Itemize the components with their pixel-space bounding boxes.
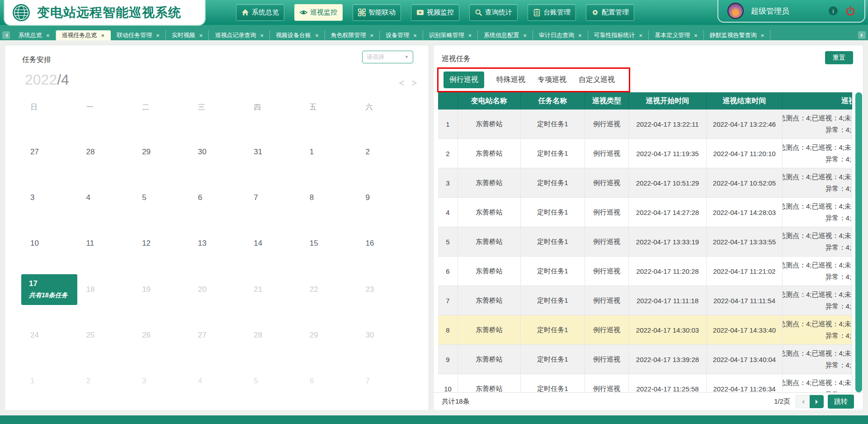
calendar-day-cell[interactable]: 27 <box>189 312 245 358</box>
close-icon[interactable]: × <box>46 32 50 39</box>
close-icon[interactable]: × <box>639 32 643 39</box>
calendar-day-cell[interactable]: 2 <box>77 358 133 404</box>
close-icon[interactable]: × <box>578 32 582 39</box>
calendar-day-cell[interactable]: 1 <box>301 129 357 175</box>
calendar-day-cell[interactable]: 17共有18条任务 <box>21 267 77 312</box>
inspection-type-tab[interactable]: 自定义巡视 <box>579 75 615 85</box>
close-icon[interactable]: × <box>413 32 417 39</box>
tab-item[interactable]: 静默监视告警查询× <box>704 30 771 40</box>
calendar-day-cell[interactable]: 20 <box>189 267 245 312</box>
table-row[interactable]: 7东善桥站定时任务1例行巡视2022-04-17 11:11:182022-04… <box>438 286 852 315</box>
inspection-type-tab[interactable]: 例行巡视 <box>443 71 484 88</box>
table-scrollbar[interactable] <box>855 92 862 392</box>
calendar-day-cell[interactable]: 3 <box>133 358 189 404</box>
calendar-day-cell[interactable]: 15 <box>301 221 357 267</box>
calendar-day-cell[interactable]: 7 <box>245 175 301 220</box>
calendar-day-cell[interactable]: 22 <box>301 267 357 312</box>
calendar-day-cell[interactable]: 29 <box>301 312 357 358</box>
calendar-day-cell[interactable]: 29 <box>133 129 189 175</box>
table-row[interactable]: 2东善桥站定时任务1例行巡视2022-04-17 11:19:352022-04… <box>438 139 852 168</box>
close-icon[interactable]: × <box>199 32 203 39</box>
calendar-day-cell[interactable]: 6 <box>301 358 357 404</box>
calendar-day-cell[interactable]: 9 <box>356 175 412 220</box>
nav-button-gear[interactable]: 配置管理 <box>586 4 634 21</box>
calendar-day-cell[interactable]: 11 <box>77 221 133 267</box>
nav-button-link-grid[interactable]: 智能联动 <box>353 4 401 21</box>
close-icon[interactable]: × <box>468 32 472 39</box>
selected-date-cell[interactable]: 17共有18条任务 <box>21 274 77 305</box>
table-row[interactable]: 5东善桥站定时任务1例行巡视2022-04-17 13:33:192022-04… <box>438 227 852 257</box>
close-icon[interactable]: × <box>156 32 160 39</box>
tab-item[interactable]: 基本定义管理× <box>649 30 704 40</box>
inspection-type-tab[interactable]: 专项巡视 <box>538 75 566 85</box>
table-row[interactable]: 8东善桥站定时任务1例行巡视2022-04-17 14:30:032022-04… <box>438 315 852 345</box>
nav-button-eye[interactable]: 巡视监控 <box>294 4 343 21</box>
calendar-day-cell[interactable]: 30 <box>189 129 245 175</box>
table-row[interactable]: 4东善桥站定时任务1例行巡视2022-04-17 14:27:282022-04… <box>438 198 852 227</box>
inspection-type-tab[interactable]: 特殊巡视 <box>496 75 525 85</box>
calendar-day-cell[interactable]: 30 <box>356 312 412 358</box>
tab-item[interactable]: 识别策略管理× <box>423 30 478 40</box>
calendar-day-cell[interactable]: 8 <box>301 175 357 220</box>
next-page-button[interactable] <box>810 395 824 408</box>
close-icon[interactable]: × <box>101 32 105 39</box>
calendar-day-cell[interactable]: 10 <box>21 221 77 267</box>
calendar-next-icon[interactable]: > <box>411 78 417 88</box>
prev-page-button[interactable] <box>796 395 810 408</box>
station-select[interactable]: 请选择 ▼ <box>362 51 413 63</box>
close-icon[interactable]: × <box>370 32 374 39</box>
close-icon[interactable]: × <box>761 32 764 39</box>
calendar-day-cell[interactable]: 5 <box>133 175 189 220</box>
tab-item[interactable]: 系统总览× <box>13 30 56 40</box>
nav-button-clipboard[interactable]: 台账管理 <box>528 4 576 21</box>
close-icon[interactable]: × <box>260 32 264 39</box>
calendar-day-cell[interactable]: 16 <box>356 221 412 267</box>
nav-button-home[interactable]: 系统总览 <box>236 4 284 21</box>
tab-item[interactable]: 实时视频× <box>166 30 209 40</box>
calendar-day-cell[interactable]: 31 <box>245 129 301 175</box>
calendar-day-cell[interactable]: 25 <box>77 312 133 358</box>
tabstrip-scroll-left-icon[interactable] <box>2 31 10 39</box>
calendar-day-cell[interactable]: 7 <box>356 358 412 404</box>
avatar[interactable] <box>727 3 744 19</box>
calendar-day-cell[interactable]: 2 <box>356 129 412 175</box>
calendar-day-cell[interactable]: 12 <box>133 221 189 267</box>
tab-item[interactable]: 角色权限管理× <box>325 30 380 40</box>
tab-item[interactable]: 巡视任务总览× <box>56 30 111 40</box>
calendar-day-cell[interactable]: 6 <box>189 175 245 220</box>
calendar-day-cell[interactable]: 3 <box>21 175 77 220</box>
table-row[interactable]: 10东善桥站定时任务1例行巡视2022-04-17 11:25:582022-0… <box>438 374 852 392</box>
info-icon[interactable]: i <box>828 6 838 16</box>
calendar-day-cell[interactable]: 28 <box>77 129 133 175</box>
close-icon[interactable]: × <box>694 32 698 39</box>
table-row[interactable]: 6东善桥站定时任务1例行巡视2022-04-17 11:20:282022-04… <box>438 257 852 286</box>
jump-page-button[interactable]: 跳转 <box>828 395 854 409</box>
calendar-day-cell[interactable]: 24 <box>21 312 77 358</box>
calendar-prev-icon[interactable]: < <box>399 78 405 88</box>
nav-button-video[interactable]: 视频监控 <box>411 4 459 21</box>
calendar-day-cell[interactable]: 1 <box>21 358 77 404</box>
table-row[interactable]: 3东善桥站定时任务1例行巡视2022-04-17 10:51:292022-04… <box>438 168 852 198</box>
calendar-day-cell[interactable]: 19 <box>133 267 189 312</box>
nav-button-search[interactable]: 查询统计 <box>469 4 518 21</box>
table-row[interactable]: 9东善桥站定时任务1例行巡视2022-04-17 13:39:282022-04… <box>438 345 852 374</box>
tab-item[interactable]: 系统信息配置× <box>478 30 533 40</box>
calendar-day-cell[interactable]: 21 <box>245 267 301 312</box>
calendar-day-cell[interactable]: 28 <box>245 312 301 358</box>
tab-item[interactable]: 审计日志查询× <box>533 30 588 40</box>
calendar-day-cell[interactable]: 14 <box>245 221 301 267</box>
calendar-day-cell[interactable]: 26 <box>133 312 189 358</box>
calendar-day-cell[interactable]: 13 <box>189 221 245 267</box>
tab-item[interactable]: 联动任务管理× <box>111 30 166 40</box>
reset-button[interactable]: 重置 <box>825 51 853 64</box>
tab-item[interactable]: 可靠性指标统计× <box>588 30 649 40</box>
power-icon[interactable] <box>845 6 855 16</box>
close-icon[interactable]: × <box>315 32 319 39</box>
tab-item[interactable]: 巡视点记录查询× <box>209 30 270 40</box>
calendar-day-cell[interactable]: 27 <box>21 129 77 175</box>
table-row[interactable]: 1东善桥站定时任务1例行巡视2022-04-17 13:22:112022-04… <box>438 110 852 139</box>
tab-item[interactable]: 视频设备台账× <box>270 30 325 40</box>
calendar-day-cell[interactable]: 23 <box>356 267 412 312</box>
tab-item[interactable]: 设备管理× <box>380 30 423 40</box>
tabstrip-scroll-right-icon[interactable] <box>858 31 866 39</box>
